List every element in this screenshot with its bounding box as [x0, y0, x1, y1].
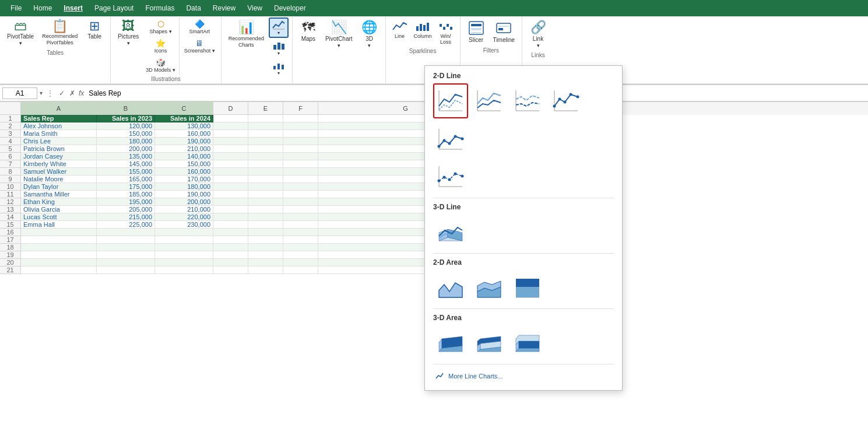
cell-e[interactable]	[248, 160, 283, 168]
cell-e[interactable]	[248, 229, 283, 236]
2d-area-chart-2[interactable]	[472, 270, 507, 305]
cell-f[interactable]	[283, 191, 318, 198]
cell-d[interactable]	[213, 130, 248, 138]
cell-e[interactable]	[248, 259, 283, 266]
2d-line-chart-6[interactable]	[433, 159, 468, 194]
cell-c[interactable]: 150,000	[155, 160, 213, 168]
cell-c[interactable]	[155, 259, 213, 266]
link-button[interactable]: 🔗 Link ▾	[526, 17, 550, 51]
menu-developer[interactable]: Developer	[268, 2, 312, 15]
cell-d[interactable]	[213, 168, 248, 176]
cell-e[interactable]	[248, 153, 283, 160]
cell-a[interactable]: Samantha Miller	[21, 191, 97, 198]
maps-button[interactable]: 🗺 Maps	[296, 17, 321, 51]
cell-f[interactable]	[283, 153, 318, 160]
more-line-charts-link[interactable]: More Line Charts...	[433, 368, 614, 384]
2d-line-chart-1[interactable]	[433, 83, 468, 118]
scatter-chart-button[interactable]: ▾	[269, 58, 289, 78]
cell-d[interactable]	[213, 244, 248, 251]
cell-a[interactable]: Jordan Casey	[21, 153, 97, 160]
3d-area-chart-2[interactable]	[472, 325, 507, 360]
timeline-button[interactable]: Timeline	[490, 17, 518, 46]
cell-e[interactable]	[248, 145, 283, 153]
cell-d[interactable]	[213, 122, 248, 130]
2d-line-chart-4[interactable]	[549, 83, 584, 118]
cell-d[interactable]	[213, 183, 248, 191]
cell-a[interactable]	[21, 251, 97, 259]
3d-models-button[interactable]: 🎲 3D Models ▾	[143, 56, 178, 75]
cell-b[interactable]: 155,000	[97, 168, 155, 176]
cell-b[interactable]	[97, 236, 155, 244]
cell-a[interactable]: Emma Hall	[21, 221, 97, 229]
pictures-button[interactable]: 🖼 Pictures ▾	[114, 17, 142, 75]
cell-d[interactable]	[213, 138, 248, 145]
cell-d[interactable]	[213, 229, 248, 236]
cell-a[interactable]: Natalie Moore	[21, 176, 97, 183]
cell-f[interactable]	[283, 198, 318, 206]
cell-b[interactable]: 175,000	[97, 183, 155, 191]
cell-f[interactable]	[283, 266, 318, 274]
cell-d[interactable]	[213, 176, 248, 183]
cell-d[interactable]	[213, 115, 248, 122]
cell-c[interactable]: 210,000	[155, 206, 213, 213]
slicer-button[interactable]: Slicer	[464, 17, 489, 46]
cell-c[interactable]	[155, 236, 213, 244]
cell-d[interactable]	[213, 160, 248, 168]
cell-c[interactable]: 160,000	[155, 130, 213, 138]
cell-c[interactable]: 160,000	[155, 168, 213, 176]
cell-b[interactable]	[97, 229, 155, 236]
cell-c[interactable]: 220,000	[155, 213, 213, 221]
cell-b[interactable]: 150,000	[97, 130, 155, 138]
cell-b[interactable]: Sales in 2023	[97, 115, 155, 122]
cell-f[interactable]	[283, 259, 318, 266]
cell-reference-input[interactable]	[2, 87, 37, 99]
cell-d[interactable]	[213, 213, 248, 221]
cell-f[interactable]	[283, 229, 318, 236]
pivot-chart-button[interactable]: 📉 PivotChart ▾	[322, 17, 356, 51]
cell-e[interactable]	[248, 122, 283, 130]
cell-e[interactable]	[248, 266, 283, 274]
pivot-table-button[interactable]: 🗃 PivotTable ▾	[3, 17, 37, 48]
cell-c[interactable]	[155, 266, 213, 274]
cell-a[interactable]: Maria Smith	[21, 130, 97, 138]
3d-button[interactable]: 🌐 3D ▾	[357, 17, 382, 51]
cell-a[interactable]: Alex Johnson	[21, 122, 97, 130]
cell-e[interactable]	[248, 130, 283, 138]
cell-b[interactable]	[97, 266, 155, 274]
cell-b[interactable]: 205,000	[97, 206, 155, 213]
cell-e[interactable]	[248, 244, 283, 251]
cell-d[interactable]	[213, 266, 248, 274]
cell-c[interactable]: Sales in 2024	[155, 115, 213, 122]
cell-b[interactable]: 195,000	[97, 198, 155, 206]
cell-b[interactable]: 185,000	[97, 191, 155, 198]
cell-a[interactable]	[21, 266, 97, 274]
cell-b[interactable]: 145,000	[97, 160, 155, 168]
cell-d[interactable]	[213, 153, 248, 160]
cell-b[interactable]: 165,000	[97, 176, 155, 183]
cell-e[interactable]	[248, 213, 283, 221]
cell-a[interactable]	[21, 244, 97, 251]
cell-a[interactable]	[21, 229, 97, 236]
cell-e[interactable]	[248, 221, 283, 229]
win-loss-button[interactable]: Win/Loss	[435, 17, 456, 47]
cell-a[interactable]: Samuel Walker	[21, 168, 97, 176]
recommended-pivottables-button[interactable]: 📋 RecommendedPivotTables	[38, 17, 81, 48]
cell-a[interactable]: Kimberly White	[21, 160, 97, 168]
2d-line-chart-2[interactable]	[472, 83, 507, 118]
2d-area-chart-3[interactable]	[510, 270, 545, 305]
cell-b[interactable]	[97, 251, 155, 259]
cell-c[interactable]	[155, 251, 213, 259]
menu-formulas[interactable]: Formulas	[139, 2, 180, 15]
cell-e[interactable]	[248, 236, 283, 244]
cell-c[interactable]: 140,000	[155, 153, 213, 160]
cell-e[interactable]	[248, 191, 283, 198]
cell-f[interactable]	[283, 160, 318, 168]
cell-a[interactable]: Patricia Brown	[21, 145, 97, 153]
cell-f[interactable]	[283, 176, 318, 183]
cell-e[interactable]	[248, 206, 283, 213]
cell-e[interactable]	[248, 198, 283, 206]
menu-insert[interactable]: Insert	[58, 2, 89, 15]
recommended-charts-button[interactable]: 📊 RecommendedCharts	[225, 17, 268, 78]
cell-a[interactable]: Ethan King	[21, 198, 97, 206]
menu-page-layout[interactable]: Page Layout	[89, 2, 139, 15]
